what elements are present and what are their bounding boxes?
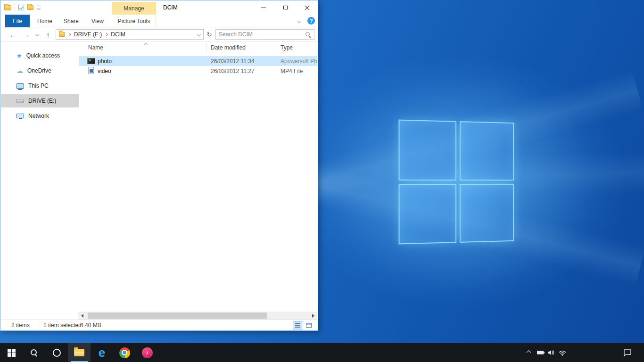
sidebar-item-label: OneDrive <box>27 67 51 74</box>
taskbar-file-explorer-button[interactable] <box>68 343 91 362</box>
file-row-video[interactable]: video 26/03/2012 11:27 MP4 File <box>79 66 317 76</box>
video-file-icon <box>88 67 94 74</box>
file-type: MP4 File <box>281 68 303 74</box>
file-type: Apowersoft Pho <box>281 58 317 65</box>
window-title: DCIM <box>163 0 178 15</box>
qat-new-folder-icon[interactable] <box>27 5 33 10</box>
chevron-up-icon <box>527 350 531 355</box>
sidebar-item-label: This PC <box>28 82 49 89</box>
recent-locations-button[interactable] <box>33 27 41 41</box>
contextual-tab-manage[interactable]: Manage <box>112 2 156 15</box>
file-name: photo <box>98 58 112 65</box>
help-button[interactable]: ? <box>307 17 315 25</box>
taskbar-itunes-button[interactable]: ♪ <box>136 343 158 362</box>
battery-icon <box>537 351 544 354</box>
tab-home[interactable]: Home <box>34 15 55 27</box>
action-center-button[interactable] <box>623 349 632 356</box>
sidebar-item-drive-e[interactable]: DRIVE (E:) <box>1 94 79 107</box>
file-date-modified: 26/03/2012 11:34 <box>211 58 255 65</box>
address-folder-icon <box>59 32 65 37</box>
close-button[interactable] <box>296 0 318 15</box>
file-row-photo[interactable]: photo 26/03/2012 11:34 Apowersoft Pho <box>79 56 317 66</box>
scrollbar-thumb[interactable] <box>88 313 267 319</box>
qat-customize-icon[interactable] <box>37 6 41 9</box>
large-icons-view-button[interactable] <box>304 321 314 329</box>
details-view-icon <box>295 323 300 328</box>
tab-share[interactable]: Share <box>59 15 83 27</box>
breadcrumb-dcim[interactable]: DCIM <box>111 31 125 38</box>
windows-logo-pane <box>398 184 456 245</box>
status-bar: 2 items 1 item selected 4.40 MB <box>1 320 317 330</box>
refresh-button[interactable]: ↻ <box>205 29 214 40</box>
taskbar-chrome-button[interactable] <box>113 343 136 362</box>
minimize-icon <box>261 8 266 8</box>
tray-show-hidden-icons-button[interactable] <box>527 351 530 354</box>
network-icon <box>17 114 24 118</box>
sidebar-item-quick-access[interactable]: ★ Quick access <box>1 49 79 62</box>
ribbon-tab-row: File Home Share View Picture Tools ? <box>0 15 318 27</box>
tab-view[interactable]: View <box>87 15 108 27</box>
explorer-app-icon <box>4 5 11 10</box>
tray-volume-button[interactable] <box>547 349 554 356</box>
column-separator[interactable] <box>276 43 276 52</box>
selection-size: 4.40 MB <box>80 322 101 329</box>
search-icon[interactable] <box>305 32 311 38</box>
address-bar[interactable]: DRIVE (E:) DCIM <box>56 29 204 40</box>
taskbar: e ♪ <box>0 343 644 362</box>
windows-logo-pane <box>459 121 514 180</box>
tab-file[interactable]: File <box>5 15 30 27</box>
horizontal-scrollbar[interactable] <box>78 312 317 320</box>
minimize-button[interactable] <box>253 0 274 15</box>
column-header-type[interactable]: Type <box>281 44 293 51</box>
forward-button[interactable]: → <box>21 27 32 41</box>
computer-icon <box>17 83 24 89</box>
breadcrumb-drive[interactable]: DRIVE (E:) <box>74 31 102 38</box>
up-button[interactable]: ↑ <box>43 27 53 41</box>
qat-properties-icon[interactable] <box>18 5 24 10</box>
windows-logo <box>398 120 514 245</box>
sidebar-item-label: Network <box>28 113 49 119</box>
quick-access-toolbar <box>4 0 41 15</box>
start-button[interactable] <box>0 343 23 362</box>
search-icon <box>30 349 38 356</box>
column-header-row: Name Date modified Type <box>79 41 317 54</box>
sidebar-item-label: Quick access <box>26 52 60 59</box>
sidebar-item-this-pc[interactable]: This PC <box>1 79 79 92</box>
sidebar-item-network[interactable]: Network <box>1 109 79 123</box>
details-view-button[interactable] <box>293 321 302 329</box>
file-name: video <box>98 68 111 74</box>
chevron-down-icon <box>197 33 201 36</box>
column-separator[interactable] <box>206 43 206 52</box>
sort-ascending-icon <box>144 43 148 47</box>
address-dropdown-button[interactable] <box>198 33 200 36</box>
breadcrumb-chevron-icon[interactable] <box>68 33 71 36</box>
search-box[interactable] <box>215 29 314 40</box>
right-arrow-icon <box>312 314 314 318</box>
itunes-icon: ♪ <box>142 347 153 358</box>
maximize-button[interactable] <box>274 0 296 15</box>
sidebar-item-onedrive[interactable]: ☁ OneDrive <box>1 64 79 77</box>
left-arrow-icon <box>81 314 83 318</box>
action-center-icon <box>623 349 632 356</box>
windows-logo-pane <box>398 120 456 181</box>
file-explorer-icon <box>74 349 84 356</box>
tray-network-button[interactable] <box>558 349 567 356</box>
scroll-right-arrow[interactable] <box>309 312 317 320</box>
column-header-date-modified[interactable]: Date modified <box>211 44 246 51</box>
tray-battery-button[interactable] <box>537 351 544 354</box>
tab-picture-tools[interactable]: Picture Tools <box>112 15 156 27</box>
speaker-icon <box>547 349 554 356</box>
titlebar[interactable]: Manage DCIM <box>0 0 318 15</box>
breadcrumb-chevron-icon[interactable] <box>105 33 108 36</box>
column-header-name[interactable]: Name <box>88 44 103 51</box>
taskbar-edge-button[interactable]: e <box>91 343 113 362</box>
ribbon-expand-button[interactable] <box>295 15 304 27</box>
scroll-left-arrow[interactable] <box>78 312 86 320</box>
back-button[interactable]: ← <box>7 27 19 41</box>
search-input[interactable] <box>216 31 305 38</box>
cortana-button[interactable] <box>45 343 68 362</box>
quick-access-star-icon: ★ <box>17 53 22 59</box>
taskbar-search-button[interactable] <box>23 343 45 362</box>
navigation-pane: ★ Quick access ☁ OneDrive This PC DRIVE … <box>1 41 79 312</box>
selection-summary: 1 item selected <box>43 322 82 329</box>
